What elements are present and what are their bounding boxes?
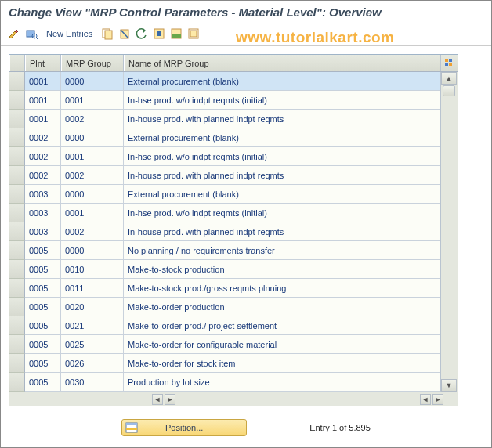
cell-name[interactable]: External procurement (blank) xyxy=(124,128,440,147)
table-row[interactable]: 00030000External procurement (blank) xyxy=(9,185,458,204)
table-row[interactable]: 00020001In-hse prod. w/o indpt reqmts (i… xyxy=(9,147,458,166)
cell-mrp-group[interactable]: 0000 xyxy=(61,128,124,147)
table-config-button[interactable] xyxy=(440,55,458,71)
select-all-icon[interactable] xyxy=(152,27,166,41)
scroll-left-end-icon[interactable]: ◄ xyxy=(420,394,431,405)
cell-plnt[interactable]: 0005 xyxy=(25,335,61,354)
cell-name[interactable]: Make-to-stock prod./gross reqmts plnning xyxy=(124,279,440,298)
cell-plnt[interactable]: 0001 xyxy=(25,72,61,91)
cell-mrp-group[interactable]: 0001 xyxy=(61,91,124,110)
header-mrp-group[interactable]: MRP Group xyxy=(61,55,124,71)
horizontal-scrollbar[interactable]: ◄ ► ◄ ► xyxy=(9,392,458,406)
header-name[interactable]: Name of MRP Group xyxy=(124,55,440,71)
scroll-right-end-icon[interactable]: ► xyxy=(432,394,443,405)
row-selector[interactable] xyxy=(9,185,25,204)
row-selector[interactable] xyxy=(9,316,25,335)
cell-name[interactable]: Make-to-order prod./ project settlement xyxy=(124,316,440,335)
cell-mrp-group[interactable]: 0002 xyxy=(61,166,124,185)
row-selector[interactable] xyxy=(9,335,25,354)
scroll-down-icon[interactable]: ▼ xyxy=(441,379,457,392)
row-selector[interactable] xyxy=(9,279,25,298)
table-row[interactable]: 00050026Make-to-order for stock item xyxy=(9,354,458,373)
cell-plnt[interactable]: 0003 xyxy=(25,185,61,204)
cell-plnt[interactable]: 0005 xyxy=(25,316,61,335)
cell-plnt[interactable]: 0001 xyxy=(25,91,61,110)
cell-mrp-group[interactable]: 0026 xyxy=(61,354,124,373)
table-row[interactable]: 00030001In-hse prod. w/o indpt reqmts (i… xyxy=(9,204,458,222)
cell-mrp-group[interactable]: 0021 xyxy=(61,316,124,335)
table-row[interactable]: 00050025Make-to-order for configurable m… xyxy=(9,335,458,354)
cell-name[interactable]: No planning / no requirements transfer xyxy=(124,241,440,260)
scroll-left-icon[interactable]: ◄ xyxy=(152,394,163,405)
table-row[interactable]: 00010002In-house prod. with planned indp… xyxy=(9,110,458,128)
toggle-display-change-icon[interactable] xyxy=(7,27,21,41)
cell-mrp-group[interactable]: 0001 xyxy=(61,204,124,222)
undo-change-icon[interactable] xyxy=(135,27,149,41)
cell-plnt[interactable]: 0005 xyxy=(25,354,61,373)
row-selector[interactable] xyxy=(9,110,25,128)
table-row[interactable]: 00050030Production by lot size xyxy=(9,373,458,392)
cell-plnt[interactable]: 0005 xyxy=(25,241,61,260)
deselect-all-icon[interactable] xyxy=(186,27,201,41)
table-row[interactable]: 00050010Make-to-stock production xyxy=(9,260,458,279)
cell-plnt[interactable]: 0005 xyxy=(25,373,61,392)
cell-plnt[interactable]: 0005 xyxy=(25,298,61,316)
cell-name[interactable]: In-hse prod. w/o indpt reqmts (initial) xyxy=(124,91,440,110)
row-selector[interactable] xyxy=(9,373,25,392)
cell-mrp-group[interactable]: 0020 xyxy=(61,298,124,316)
cell-mrp-group[interactable]: 0000 xyxy=(61,241,124,260)
other-view-icon[interactable] xyxy=(24,27,38,41)
copy-as-icon[interactable] xyxy=(100,27,114,41)
cell-plnt[interactable]: 0003 xyxy=(25,222,61,241)
row-selector[interactable] xyxy=(9,354,25,373)
cell-plnt[interactable]: 0003 xyxy=(25,204,61,222)
cell-name[interactable]: In-house prod. with planned indpt reqmts xyxy=(124,110,440,128)
row-selector[interactable] xyxy=(9,147,25,166)
cell-name[interactable]: Make-to-order for configurable material xyxy=(124,335,440,354)
cell-mrp-group[interactable]: 0000 xyxy=(61,185,124,204)
row-selector[interactable] xyxy=(9,72,25,91)
row-selector[interactable] xyxy=(9,128,25,147)
cell-mrp-group[interactable]: 0025 xyxy=(61,335,124,354)
scroll-right-icon[interactable]: ► xyxy=(165,394,175,405)
cell-plnt[interactable]: 0002 xyxy=(25,166,61,185)
cell-mrp-group[interactable]: 0000 xyxy=(61,72,124,91)
table-row[interactable]: 00050020Make-to-order production xyxy=(9,298,458,316)
cell-name[interactable]: In-hse prod. w/o indpt reqmts (initial) xyxy=(124,204,440,222)
table-row[interactable]: 00020000External procurement (blank) xyxy=(9,128,458,147)
select-block-icon[interactable] xyxy=(169,27,183,41)
table-row[interactable]: 00030002In-house prod. with planned indp… xyxy=(9,222,458,241)
cell-plnt[interactable]: 0001 xyxy=(25,110,61,128)
row-selector[interactable] xyxy=(9,241,25,260)
cell-mrp-group[interactable]: 0011 xyxy=(61,279,124,298)
cell-name[interactable]: In-house prod. with planned indpt reqmts xyxy=(124,222,440,241)
table-row[interactable]: 00050021Make-to-order prod./ project set… xyxy=(9,316,458,335)
cell-name[interactable]: External procurement (blank) xyxy=(124,185,440,204)
cell-mrp-group[interactable]: 0002 xyxy=(61,110,124,128)
cell-name[interactable]: Production by lot size xyxy=(124,373,440,392)
cell-mrp-group[interactable]: 0002 xyxy=(61,222,124,241)
delete-icon[interactable] xyxy=(118,27,132,41)
row-selector[interactable] xyxy=(9,166,25,185)
scroll-thumb[interactable] xyxy=(443,85,455,96)
cell-name[interactable]: Make-to-stock production xyxy=(124,260,440,279)
header-plnt[interactable]: Plnt xyxy=(25,55,61,71)
cell-plnt[interactable]: 0002 xyxy=(25,147,61,166)
row-selector[interactable] xyxy=(9,298,25,316)
new-entries-button[interactable]: New Entries xyxy=(46,29,92,38)
cell-name[interactable]: Make-to-order production xyxy=(124,298,440,316)
cell-name[interactable]: External procurement (blank) xyxy=(124,72,440,91)
cell-plnt[interactable]: 0002 xyxy=(25,128,61,147)
cell-mrp-group[interactable]: 0001 xyxy=(61,147,124,166)
cell-mrp-group[interactable]: 0030 xyxy=(61,373,124,392)
cell-mrp-group[interactable]: 0010 xyxy=(61,260,124,279)
table-row[interactable]: 00050000No planning / no requirements tr… xyxy=(9,241,458,260)
vertical-scrollbar[interactable]: ▲ ▼ xyxy=(440,72,458,392)
table-row[interactable]: 00050011Make-to-stock prod./gross reqmts… xyxy=(9,279,458,298)
row-selector[interactable] xyxy=(9,260,25,279)
row-selector[interactable] xyxy=(9,222,25,241)
table-row[interactable]: 00010000External procurement (blank) xyxy=(9,72,458,91)
position-button[interactable]: Position... xyxy=(121,419,247,436)
cell-name[interactable]: Make-to-order for stock item xyxy=(124,354,440,373)
cell-name[interactable]: In-house prod. with planned indpt reqmts xyxy=(124,166,440,185)
